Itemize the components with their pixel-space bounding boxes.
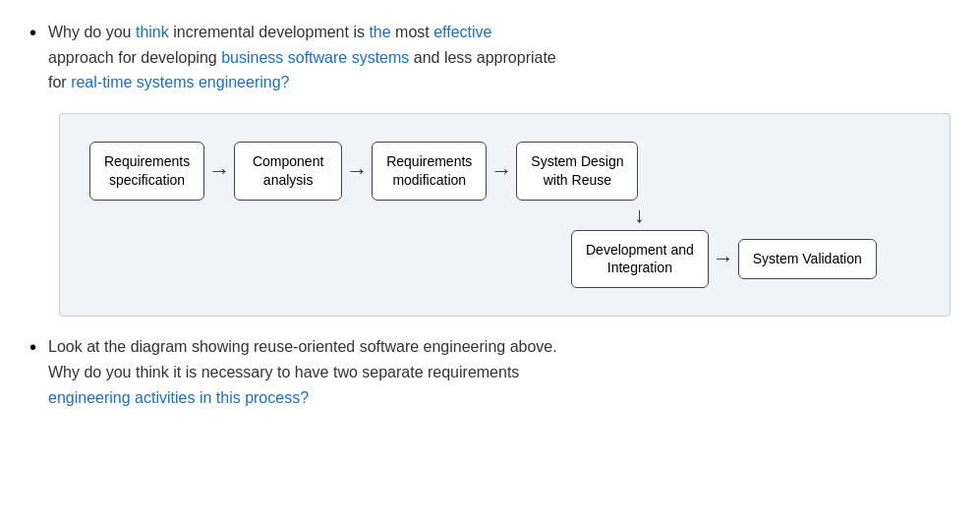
word-think: think (136, 24, 169, 40)
box-system-validation: System Validation (738, 239, 877, 279)
bullet-2-marker: • (29, 336, 36, 359)
diagram-bottom-row: Development andIntegration System Valida… (571, 230, 877, 289)
box-dev-integration: Development andIntegration (571, 230, 709, 289)
bullet-2-text: Look at the diagram showing reuse-orient… (48, 334, 557, 410)
bullet-2-line3: engineering activities in this process? (48, 389, 309, 406)
bullet-2-line1: Look at the diagram showing reuse-orient… (48, 338, 557, 355)
phrase-business-software: business software systems (221, 49, 409, 66)
arrow-down: ↓ (571, 203, 708, 228)
diagram-container: Requirementsspecification Componentanaly… (59, 113, 951, 318)
bullet-1-section: • Why do you think incremental developme… (29, 20, 951, 95)
diagram-top-row: Requirementsspecification Componentanaly… (89, 142, 638, 201)
box-requirements-mod: Requirementsmodification (372, 142, 487, 201)
word-effective: effective (433, 24, 491, 40)
arrow-4 (713, 246, 734, 271)
arrow-1 (208, 158, 230, 184)
bullet-2-line2: Why do you think it is necessary to have… (48, 364, 519, 380)
bullet-2-section: • Look at the diagram showing reuse-orie… (29, 334, 951, 410)
word-the: the (369, 24, 390, 40)
phrase-real-time: real-time systems engineering? (71, 74, 289, 90)
box-system-design: System Designwith Reuse (516, 142, 638, 201)
box-component-analysis: Componentanalysis (234, 142, 342, 201)
arrow-3 (490, 158, 512, 184)
arrow-down-wrapper: ↓ (571, 201, 708, 230)
bullet-1-text: Why do you think incremental development… (48, 20, 556, 95)
box-requirements-spec: Requirementsspecification (89, 142, 204, 201)
arrow-2 (346, 158, 368, 184)
bullet-1-marker: • (29, 22, 36, 44)
